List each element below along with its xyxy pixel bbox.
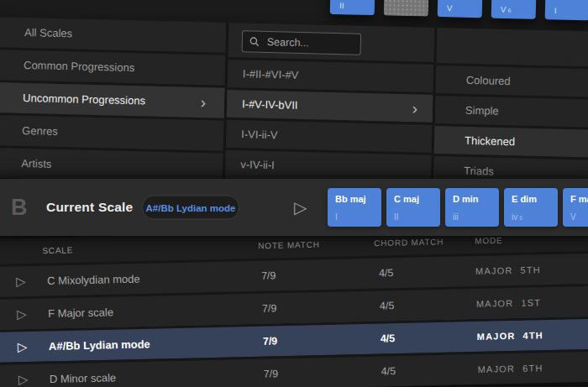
chord-numeral-label: II <box>339 1 346 10</box>
column-header-scale: SCALE <box>42 245 73 255</box>
plugin-window: II V V6 I All Scales Common Progress <box>0 0 588 387</box>
progression-label: v-IV-ii-I <box>240 158 275 171</box>
chord-pad[interactable]: C maj II <box>386 188 440 227</box>
category-label: Uncommon Progressions <box>23 92 145 107</box>
column-header-chord-match: CHORD MATCH <box>374 237 444 248</box>
brand-logo: B <box>11 195 28 221</box>
category-label: Common Progressions <box>24 59 135 74</box>
chord-numeral-label: V6 <box>501 5 512 14</box>
chord-pad[interactable]: E dim iv6 <box>504 188 558 227</box>
chord-name-label: E dim <box>512 194 537 204</box>
progression-label: I-#V-IV-bVII <box>242 97 298 112</box>
category-label: Genres <box>22 124 58 138</box>
scale-name-cell: A#/Bb Lydian mode <box>49 337 150 353</box>
search-input[interactable] <box>265 35 354 51</box>
category-item[interactable]: Genres <box>0 115 224 154</box>
variation-label: Triads <box>464 165 494 178</box>
chord-strip-pad[interactable]: II <box>330 0 375 15</box>
category-label: Artists <box>21 157 51 170</box>
variation-list: Coloured Simple Thickened Triads <box>433 28 588 197</box>
chord-pad[interactable]: Bb maj I <box>328 188 381 227</box>
column-header-mode: MODE <box>475 236 502 246</box>
scale-chord-pads: Bb maj I C maj II D min iii E dim iv6 F … <box>328 188 588 227</box>
chord-numeral-label: iii <box>453 212 460 222</box>
variation-label: Coloured <box>466 74 511 87</box>
chord-numeral-label: V <box>447 3 454 13</box>
category-item[interactable]: All Scales <box>0 17 226 55</box>
chord-name-label: D min <box>453 194 479 204</box>
chord-pad[interactable]: F maj V <box>563 188 588 227</box>
progression-item[interactable]: I-#V-IV-bVII <box>227 87 433 123</box>
progression-column: I-#II-#VI-#V I-#V-IV-bVII I-VI-ii-V v-IV… <box>225 23 438 192</box>
mode-cell: MAJOR4TH <box>477 330 543 342</box>
chord-numeral-label: I <box>554 6 559 15</box>
mode-cell: MAJOR1ST <box>476 297 542 309</box>
play-row-button[interactable] <box>18 339 28 354</box>
chord-strip: II V V6 I <box>330 0 588 20</box>
chord-match-cell: 4/5 <box>381 365 396 377</box>
progression-list: I-#II-#VI-#V I-#V-IV-bVII I-VI-ii-V v-IV… <box>225 57 433 183</box>
chord-numeral-label: I <box>335 212 339 222</box>
chord-numeral-label: V <box>570 212 578 222</box>
scale-name-cell: D Minor scale <box>50 371 117 385</box>
chord-strip-pad[interactable]: V6 <box>491 0 537 19</box>
progression-label: I-#II-#VI-#V <box>243 67 299 81</box>
chord-match-cell: 4/5 <box>381 332 396 344</box>
variation-label: Simple <box>465 104 499 118</box>
scale-selector[interactable]: A#/Bb Lydian mode <box>142 196 239 220</box>
play-scale-button[interactable] <box>294 199 307 216</box>
play-row-button[interactable] <box>16 274 26 289</box>
category-item[interactable]: Uncommon Progressions <box>0 82 225 121</box>
current-scale-band: B Current Scale A#/Bb Lydian mode Bb maj… <box>0 179 588 236</box>
chord-strip-pad[interactable] <box>384 0 429 17</box>
chord-numeral-label <box>393 3 395 12</box>
chord-strip-pad[interactable]: V <box>438 0 483 18</box>
current-scale-title: Current Scale <box>46 200 133 215</box>
scale-results-table: SCALE NOTE MATCH CHORD MATCH MODE C Mixo… <box>0 224 588 387</box>
chord-name-label: Bb maj <box>335 194 366 204</box>
variation-label: Thickened <box>465 134 515 148</box>
chord-strip-pad[interactable]: I <box>545 0 588 20</box>
chord-numeral-label: iv6 <box>512 212 522 222</box>
chord-pad[interactable]: D min iii <box>445 188 499 227</box>
progression-item[interactable]: I-#II-#VI-#V <box>228 57 434 92</box>
scale-selector-value: A#/Bb Lydian mode <box>146 202 236 212</box>
scale-name-cell: F Major scale <box>48 306 113 320</box>
category-list: All Scales Common Progressions Uncommon … <box>0 17 228 187</box>
chord-numeral-label: II <box>394 212 401 222</box>
chevron-right-icon <box>412 100 417 116</box>
play-row-button[interactable] <box>18 372 29 387</box>
category-label: All Scales <box>24 26 72 39</box>
note-match-cell: 7/9 <box>262 302 277 314</box>
table-body: C Mixolydian mode 7/9 4/5 MAJOR5TH F Maj… <box>0 249 588 387</box>
progression-item[interactable]: I-VI-ii-V <box>226 118 433 153</box>
chevron-right-icon <box>201 95 207 111</box>
note-match-cell: 7/9 <box>263 335 278 347</box>
chord-name-label: C maj <box>394 194 419 204</box>
note-match-cell: 7/9 <box>264 368 279 379</box>
chord-name-label: F maj <box>570 194 588 204</box>
scale-name-cell: C Mixolydian mode <box>47 273 140 288</box>
browse-panel: All Scales Common Progressions Uncommon … <box>0 17 588 197</box>
mode-cell: MAJOR6TH <box>478 363 543 374</box>
category-item[interactable]: Common Progressions <box>0 50 225 88</box>
search-area <box>228 23 434 62</box>
progression-label: I-VI-ii-V <box>241 128 278 141</box>
search-icon <box>249 37 260 47</box>
note-match-cell: 7/9 <box>261 269 276 281</box>
chord-match-cell: 4/5 <box>380 300 395 311</box>
search-box[interactable] <box>242 30 362 55</box>
column-header-note-match: NOTE MATCH <box>258 240 320 251</box>
chord-match-cell: 4/5 <box>379 267 394 279</box>
play-row-button[interactable] <box>17 306 27 322</box>
progression-item[interactable]: v-IV-ii-I <box>225 148 432 183</box>
mode-cell: MAJOR5TH <box>475 264 541 276</box>
